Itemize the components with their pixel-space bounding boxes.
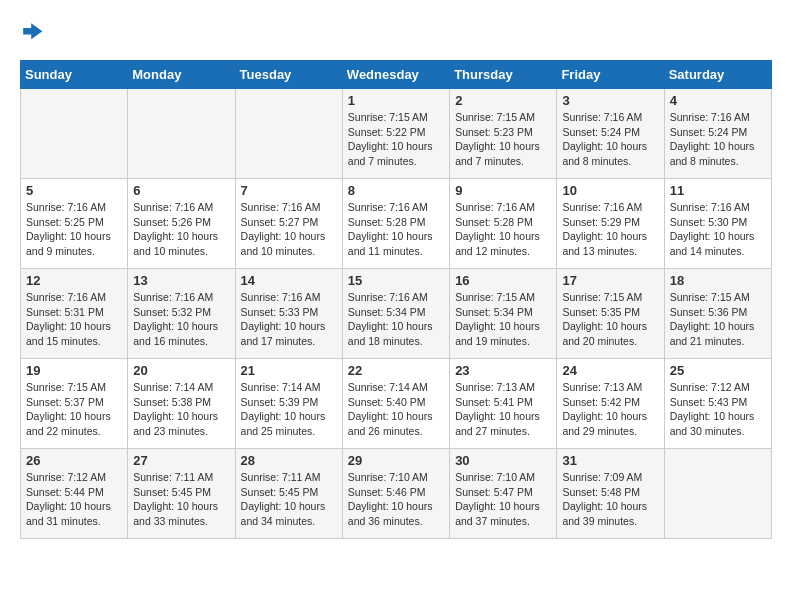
calendar-cell: 9 Sunrise: 7:16 AMSunset: 5:28 PMDayligh… [450, 179, 557, 269]
day-info: Sunrise: 7:15 AMSunset: 5:23 PMDaylight:… [455, 110, 551, 169]
day-number: 2 [455, 93, 551, 108]
calendar-cell: 22 Sunrise: 7:14 AMSunset: 5:40 PMDaylig… [342, 359, 449, 449]
logo-icon [20, 20, 44, 44]
calendar-week-row: 26 Sunrise: 7:12 AMSunset: 5:44 PMDaylig… [21, 449, 772, 539]
day-number: 21 [241, 363, 337, 378]
calendar-cell: 18 Sunrise: 7:15 AMSunset: 5:36 PMDaylig… [664, 269, 771, 359]
calendar-cell: 17 Sunrise: 7:15 AMSunset: 5:35 PMDaylig… [557, 269, 664, 359]
calendar-cell: 16 Sunrise: 7:15 AMSunset: 5:34 PMDaylig… [450, 269, 557, 359]
weekday-header-saturday: Saturday [664, 61, 771, 89]
calendar-cell [235, 89, 342, 179]
calendar-cell: 12 Sunrise: 7:16 AMSunset: 5:31 PMDaylig… [21, 269, 128, 359]
calendar-cell: 5 Sunrise: 7:16 AMSunset: 5:25 PMDayligh… [21, 179, 128, 269]
day-number: 5 [26, 183, 122, 198]
day-number: 14 [241, 273, 337, 288]
day-info: Sunrise: 7:11 AMSunset: 5:45 PMDaylight:… [133, 470, 229, 529]
weekday-header-friday: Friday [557, 61, 664, 89]
calendar-cell: 7 Sunrise: 7:16 AMSunset: 5:27 PMDayligh… [235, 179, 342, 269]
calendar-cell: 23 Sunrise: 7:13 AMSunset: 5:41 PMDaylig… [450, 359, 557, 449]
day-number: 12 [26, 273, 122, 288]
day-number: 18 [670, 273, 766, 288]
day-info: Sunrise: 7:16 AMSunset: 5:34 PMDaylight:… [348, 290, 444, 349]
calendar-cell: 19 Sunrise: 7:15 AMSunset: 5:37 PMDaylig… [21, 359, 128, 449]
day-info: Sunrise: 7:16 AMSunset: 5:26 PMDaylight:… [133, 200, 229, 259]
day-number: 10 [562, 183, 658, 198]
calendar-cell: 26 Sunrise: 7:12 AMSunset: 5:44 PMDaylig… [21, 449, 128, 539]
calendar-cell: 25 Sunrise: 7:12 AMSunset: 5:43 PMDaylig… [664, 359, 771, 449]
calendar-cell: 29 Sunrise: 7:10 AMSunset: 5:46 PMDaylig… [342, 449, 449, 539]
day-number: 15 [348, 273, 444, 288]
day-number: 28 [241, 453, 337, 468]
day-info: Sunrise: 7:15 AMSunset: 5:36 PMDaylight:… [670, 290, 766, 349]
calendar-cell: 31 Sunrise: 7:09 AMSunset: 5:48 PMDaylig… [557, 449, 664, 539]
day-number: 30 [455, 453, 551, 468]
calendar-cell: 27 Sunrise: 7:11 AMSunset: 5:45 PMDaylig… [128, 449, 235, 539]
day-info: Sunrise: 7:11 AMSunset: 5:45 PMDaylight:… [241, 470, 337, 529]
day-info: Sunrise: 7:15 AMSunset: 5:37 PMDaylight:… [26, 380, 122, 439]
day-number: 4 [670, 93, 766, 108]
calendar-cell: 28 Sunrise: 7:11 AMSunset: 5:45 PMDaylig… [235, 449, 342, 539]
weekday-header-row: SundayMondayTuesdayWednesdayThursdayFrid… [21, 61, 772, 89]
day-number: 11 [670, 183, 766, 198]
day-info: Sunrise: 7:16 AMSunset: 5:31 PMDaylight:… [26, 290, 122, 349]
calendar-cell: 1 Sunrise: 7:15 AMSunset: 5:22 PMDayligh… [342, 89, 449, 179]
calendar-cell: 6 Sunrise: 7:16 AMSunset: 5:26 PMDayligh… [128, 179, 235, 269]
day-info: Sunrise: 7:16 AMSunset: 5:24 PMDaylight:… [562, 110, 658, 169]
calendar-cell [128, 89, 235, 179]
calendar-cell: 30 Sunrise: 7:10 AMSunset: 5:47 PMDaylig… [450, 449, 557, 539]
day-info: Sunrise: 7:16 AMSunset: 5:25 PMDaylight:… [26, 200, 122, 259]
weekday-header-sunday: Sunday [21, 61, 128, 89]
day-info: Sunrise: 7:13 AMSunset: 5:42 PMDaylight:… [562, 380, 658, 439]
day-info: Sunrise: 7:14 AMSunset: 5:40 PMDaylight:… [348, 380, 444, 439]
day-info: Sunrise: 7:15 AMSunset: 5:35 PMDaylight:… [562, 290, 658, 349]
day-number: 20 [133, 363, 229, 378]
calendar-cell: 15 Sunrise: 7:16 AMSunset: 5:34 PMDaylig… [342, 269, 449, 359]
day-number: 17 [562, 273, 658, 288]
calendar-cell [664, 449, 771, 539]
day-number: 31 [562, 453, 658, 468]
calendar-week-row: 12 Sunrise: 7:16 AMSunset: 5:31 PMDaylig… [21, 269, 772, 359]
day-info: Sunrise: 7:12 AMSunset: 5:43 PMDaylight:… [670, 380, 766, 439]
calendar-cell: 13 Sunrise: 7:16 AMSunset: 5:32 PMDaylig… [128, 269, 235, 359]
weekday-header-thursday: Thursday [450, 61, 557, 89]
day-info: Sunrise: 7:16 AMSunset: 5:30 PMDaylight:… [670, 200, 766, 259]
calendar-week-row: 1 Sunrise: 7:15 AMSunset: 5:22 PMDayligh… [21, 89, 772, 179]
day-number: 6 [133, 183, 229, 198]
day-info: Sunrise: 7:13 AMSunset: 5:41 PMDaylight:… [455, 380, 551, 439]
calendar-cell: 2 Sunrise: 7:15 AMSunset: 5:23 PMDayligh… [450, 89, 557, 179]
calendar-cell: 3 Sunrise: 7:16 AMSunset: 5:24 PMDayligh… [557, 89, 664, 179]
day-info: Sunrise: 7:10 AMSunset: 5:47 PMDaylight:… [455, 470, 551, 529]
calendar-cell: 4 Sunrise: 7:16 AMSunset: 5:24 PMDayligh… [664, 89, 771, 179]
day-number: 23 [455, 363, 551, 378]
day-number: 29 [348, 453, 444, 468]
calendar-cell [21, 89, 128, 179]
day-number: 25 [670, 363, 766, 378]
day-info: Sunrise: 7:16 AMSunset: 5:28 PMDaylight:… [348, 200, 444, 259]
day-info: Sunrise: 7:16 AMSunset: 5:24 PMDaylight:… [670, 110, 766, 169]
calendar-cell: 24 Sunrise: 7:13 AMSunset: 5:42 PMDaylig… [557, 359, 664, 449]
day-number: 19 [26, 363, 122, 378]
day-info: Sunrise: 7:14 AMSunset: 5:39 PMDaylight:… [241, 380, 337, 439]
calendar-week-row: 5 Sunrise: 7:16 AMSunset: 5:25 PMDayligh… [21, 179, 772, 269]
day-number: 8 [348, 183, 444, 198]
day-number: 27 [133, 453, 229, 468]
day-info: Sunrise: 7:16 AMSunset: 5:32 PMDaylight:… [133, 290, 229, 349]
day-number: 22 [348, 363, 444, 378]
calendar-table: SundayMondayTuesdayWednesdayThursdayFrid… [20, 60, 772, 539]
weekday-header-tuesday: Tuesday [235, 61, 342, 89]
day-info: Sunrise: 7:14 AMSunset: 5:38 PMDaylight:… [133, 380, 229, 439]
weekday-header-wednesday: Wednesday [342, 61, 449, 89]
day-info: Sunrise: 7:16 AMSunset: 5:29 PMDaylight:… [562, 200, 658, 259]
calendar-cell: 10 Sunrise: 7:16 AMSunset: 5:29 PMDaylig… [557, 179, 664, 269]
svg-marker-0 [23, 23, 42, 39]
logo [20, 20, 48, 44]
weekday-header-monday: Monday [128, 61, 235, 89]
day-info: Sunrise: 7:16 AMSunset: 5:27 PMDaylight:… [241, 200, 337, 259]
calendar-cell: 8 Sunrise: 7:16 AMSunset: 5:28 PMDayligh… [342, 179, 449, 269]
day-info: Sunrise: 7:16 AMSunset: 5:33 PMDaylight:… [241, 290, 337, 349]
day-info: Sunrise: 7:16 AMSunset: 5:28 PMDaylight:… [455, 200, 551, 259]
day-number: 16 [455, 273, 551, 288]
day-number: 26 [26, 453, 122, 468]
calendar-cell: 14 Sunrise: 7:16 AMSunset: 5:33 PMDaylig… [235, 269, 342, 359]
day-info: Sunrise: 7:10 AMSunset: 5:46 PMDaylight:… [348, 470, 444, 529]
